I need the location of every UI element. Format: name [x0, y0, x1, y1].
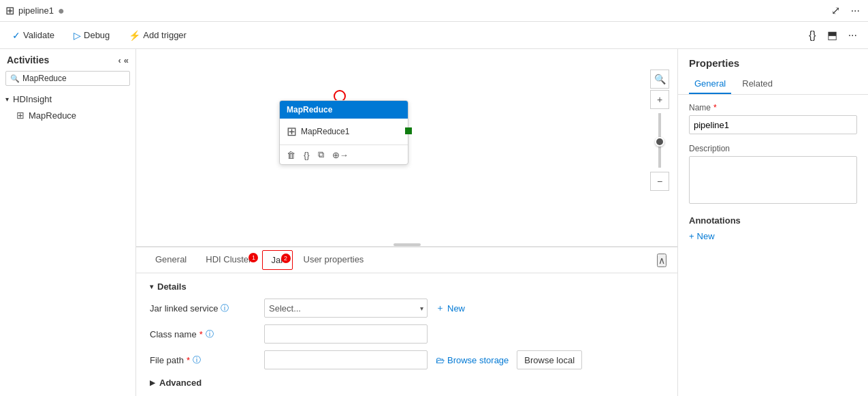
- props-tab-general[interactable]: General: [689, 74, 731, 94]
- debug-icon: ▷: [74, 30, 81, 41]
- details-chevron-icon: ▾: [150, 283, 153, 290]
- props-description-label: Description: [689, 144, 857, 153]
- properties-panel: Properties General Related Name * Descri…: [677, 49, 868, 396]
- class-name-info-icon[interactable]: ⓘ: [206, 329, 214, 340]
- sidebar-item-label: MapReduce: [29, 110, 76, 121]
- sidebar-section-hdinsight[interactable]: ▾ HDInsight: [0, 91, 135, 107]
- canvas-zoom-out-button[interactable]: −: [650, 172, 669, 191]
- trigger-icon: ⚡: [129, 30, 140, 41]
- toolbar-left: ✓ Validate ▷ Debug ⚡ Add trigger: [8, 27, 191, 44]
- tab-hdi-cluster[interactable]: HDI Cluster 1: [197, 250, 259, 270]
- collapse-panel-button[interactable]: ∧: [657, 254, 666, 267]
- debug-button[interactable]: ▷ Debug: [69, 27, 114, 44]
- title-bar-right: ⤢ ···: [829, 1, 863, 20]
- canvas-zoom-slider[interactable]: [658, 113, 661, 168]
- props-plus-icon: +: [689, 231, 694, 241]
- maximize-button[interactable]: ⤢: [829, 1, 843, 20]
- tab-user-properties[interactable]: User properties: [295, 250, 372, 270]
- props-new-label: New: [697, 231, 715, 241]
- props-tab-related[interactable]: Related: [737, 74, 778, 94]
- canvas-slider-thumb: [655, 137, 664, 147]
- sidebar-item-mapreduce[interactable]: ⊞ MapReduce ⋯ ⊞: [0, 107, 135, 123]
- class-name-label: Class name * ⓘ: [150, 329, 259, 340]
- activity-node-icon: ⊞: [287, 124, 297, 139]
- grid-icon[interactable]: ⊞: [123, 110, 130, 120]
- modified-dot: ●: [58, 5, 65, 17]
- bottom-tabs-left: General HDI Cluster 1 Jar 2 User propert…: [147, 250, 372, 270]
- validate-icon: ✓: [12, 30, 20, 41]
- browse-storage-button[interactable]: 🗁 Browse storage: [433, 355, 511, 365]
- jar-linked-service-select[interactable]: Select...: [264, 299, 428, 318]
- node-right-connection: [405, 127, 412, 134]
- delete-node-button[interactable]: 🗑: [285, 149, 297, 162]
- canvas-search-button[interactable]: 🔍: [650, 70, 669, 89]
- title-more-button[interactable]: ···: [848, 2, 863, 20]
- class-name-row: Class name * ⓘ: [150, 324, 664, 344]
- browse-local-button[interactable]: Browse local: [517, 350, 582, 369]
- toolbar: ✓ Validate ▷ Debug ⚡ Add trigger {} ⬒ ··…: [0, 22, 868, 49]
- tab-general[interactable]: General: [147, 250, 195, 270]
- tab-jar[interactable]: Jar 2: [262, 250, 292, 270]
- props-annotations-label: Annotations: [689, 215, 857, 226]
- validate-button[interactable]: ✓ Validate: [8, 27, 59, 44]
- tab-title: pipeline1: [18, 5, 54, 16]
- ellipsis-icon[interactable]: ⋯: [114, 110, 122, 120]
- properties-title: Properties: [678, 49, 868, 74]
- jar-linked-service-select-wrapper: Select... ▾: [264, 299, 428, 318]
- connect-node-button[interactable]: ⊕→: [331, 149, 350, 162]
- props-annotations-field: Annotations + New: [689, 215, 857, 241]
- mapreduce-icon: ⊞: [16, 110, 25, 121]
- activity-node-body: ⊞ MapReduce1: [280, 119, 408, 144]
- copy-node-button[interactable]: ⧉: [317, 148, 325, 162]
- file-path-label: File path * ⓘ: [150, 354, 259, 366]
- bottom-tabs: General HDI Cluster 1 Jar 2 User propert…: [136, 247, 677, 273]
- sidebar-search-box: 🔍: [5, 71, 130, 86]
- pipeline-icon: ⊞: [5, 4, 14, 17]
- bottom-content: ▾ Details Jar linked service ⓘ Select...: [136, 273, 677, 396]
- search-input[interactable]: [22, 74, 125, 83]
- file-path-row: File path * ⓘ 🗁 Browse storage Browse lo…: [150, 350, 664, 369]
- code-node-button[interactable]: {}: [302, 149, 311, 162]
- props-new-annotation-button[interactable]: + New: [689, 231, 715, 241]
- main-layout: Activities ‹ « 🔍 ▾ HDInsight ⊞ MapReduce…: [0, 49, 868, 396]
- jar-linked-service-row: Jar linked service ⓘ Select... ▾ ＋ New: [150, 299, 664, 318]
- canvas-main[interactable]: MapReduce ⊞ MapReduce1 🗑 {} ⧉ ⊕→ 🔍 +: [136, 49, 677, 246]
- props-name-label: Name *: [689, 103, 857, 112]
- toolbar-more-button[interactable]: ···: [846, 27, 860, 44]
- center-panel: MapReduce ⊞ MapReduce1 🗑 {} ⧉ ⊕→ 🔍 +: [136, 49, 677, 396]
- file-path-input[interactable]: [264, 350, 428, 369]
- properties-tabs: General Related: [678, 74, 868, 95]
- details-section: ▾ Details Jar linked service ⓘ Select...: [150, 281, 664, 369]
- browse-storage-icon: 🗁: [436, 355, 445, 365]
- sidebar: Activities ‹ « 🔍 ▾ HDInsight ⊞ MapReduce…: [0, 49, 136, 396]
- search-icon: 🔍: [10, 74, 20, 83]
- publish-button[interactable]: ⬒: [824, 26, 840, 44]
- props-name-field: Name *: [689, 103, 857, 134]
- canvas-controls: 🔍 + −: [650, 70, 669, 191]
- class-name-input[interactable]: [264, 324, 428, 344]
- file-path-info-icon[interactable]: ⓘ: [193, 354, 201, 366]
- collapse-icon[interactable]: ‹: [118, 55, 120, 65]
- details-label: Details: [157, 281, 187, 292]
- title-bar: ⊞ pipeline1 ● ⤢ ···: [0, 0, 868, 22]
- code-button[interactable]: {}: [806, 27, 819, 44]
- jar-linked-service-new-button[interactable]: ＋ New: [433, 302, 468, 314]
- add-trigger-button[interactable]: ⚡ Add trigger: [125, 27, 191, 44]
- details-header[interactable]: ▾ Details: [150, 281, 664, 292]
- class-name-required: *: [199, 329, 203, 339]
- title-bar-left: ⊞ pipeline1 ●: [5, 4, 65, 17]
- sidebar-header-icons: ‹ «: [118, 55, 129, 65]
- chevron-down-icon: ▾: [5, 95, 9, 103]
- bottom-panel: General HDI Cluster 1 Jar 2 User propert…: [136, 246, 677, 396]
- props-description-input[interactable]: [689, 156, 857, 204]
- advanced-section[interactable]: ▶ Advanced: [150, 378, 664, 388]
- jar-linked-service-info-icon[interactable]: ⓘ: [221, 303, 229, 314]
- collapse2-icon[interactable]: «: [124, 55, 129, 65]
- jar-badge: 2: [281, 254, 291, 263]
- panel-resize-handle[interactable]: [393, 243, 421, 246]
- canvas-zoom-in-button[interactable]: +: [650, 90, 669, 109]
- activity-node-title: MapReduce: [287, 105, 332, 115]
- props-name-input[interactable]: [689, 115, 857, 134]
- file-path-required: *: [187, 355, 190, 365]
- props-description-field: Description: [689, 144, 857, 206]
